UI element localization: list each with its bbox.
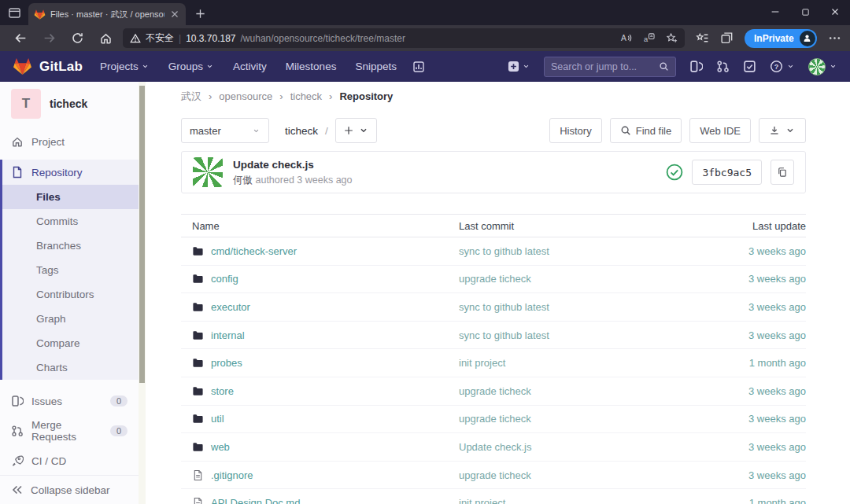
new-tab-button[interactable] <box>194 8 206 20</box>
sidebar-item-merge-requests[interactable]: Merge Requests 0 <box>0 419 139 443</box>
browser-menu-icon[interactable] <box>828 31 841 45</box>
add-file-button[interactable] <box>335 118 377 143</box>
breadcrumb-item[interactable]: 武汉 <box>181 90 201 104</box>
commit-message-link[interactable]: sync to github latest <box>459 245 549 257</box>
commit-message-link[interactable]: init project <box>459 497 505 504</box>
help-menu[interactable] <box>770 60 795 73</box>
commit-title-link[interactable]: Update check.js <box>233 157 353 173</box>
back-button[interactable] <box>6 28 35 50</box>
browser-tab[interactable]: Files · master · 武汉 / opensourc <box>28 3 186 25</box>
branch-selector[interactable]: master <box>181 118 269 143</box>
sidebar-item-project[interactable]: Project <box>0 130 139 153</box>
tab-close-icon[interactable] <box>169 9 180 20</box>
user-menu[interactable] <box>808 58 837 75</box>
history-button[interactable]: History <box>549 118 601 143</box>
nav-link-projects[interactable]: Projects <box>100 61 150 72</box>
search-input[interactable] <box>551 61 654 72</box>
insecure-warning-icon[interactable] <box>130 33 141 44</box>
file-name-link[interactable]: util <box>211 413 224 425</box>
project-context[interactable]: T ticheck <box>0 82 139 123</box>
profile-avatar[interactable] <box>800 31 815 46</box>
table-row[interactable]: cmd/ticheck-server sync to github latest… <box>181 237 806 266</box>
breadcrumb-item[interactable]: ticheck <box>290 90 322 102</box>
scrollbar-thumb[interactable] <box>139 86 145 383</box>
sidebar-subitem-charts[interactable]: Charts <box>2 355 139 380</box>
table-row[interactable]: executor sync to github latest 3 weeks a… <box>181 293 806 322</box>
sidebar-subitem-compare[interactable]: Compare <box>2 331 139 355</box>
todos-icon[interactable] <box>743 60 756 73</box>
user-avatar[interactable] <box>808 58 826 75</box>
file-name-link[interactable]: config <box>211 273 238 285</box>
sidebar-subitem-commits[interactable]: Commits <box>2 209 139 234</box>
breadcrumb-item[interactable]: opensource <box>219 90 272 102</box>
address-bar[interactable]: 不安全 | 10.3.70.187/wuhan/opensource/tiche… <box>123 28 685 48</box>
nav-link-milestones[interactable]: Milestones <box>286 61 337 72</box>
file-name-link[interactable]: cmd/ticheck-server <box>211 245 297 257</box>
commit-sha-button[interactable]: 3fbc9ac5 <box>692 160 762 185</box>
table-row[interactable]: API Design Doc.md init project 1 month a… <box>181 489 806 504</box>
file-name-link[interactable]: store <box>211 385 234 397</box>
sidebar-item-cicd[interactable]: CI / CD <box>0 449 139 473</box>
sidebar-scrollbar[interactable] <box>139 82 146 504</box>
refresh-button[interactable] <box>63 28 91 50</box>
sidebar-subitem-files[interactable]: Files <box>2 185 139 209</box>
nav-link-snippets[interactable]: Snippets <box>355 61 397 72</box>
nav-link-groups[interactable]: Groups <box>168 61 214 72</box>
commit-message-link[interactable]: upgrade ticheck <box>459 385 531 397</box>
read-aloud-icon[interactable] <box>620 32 632 44</box>
repo-path-name[interactable]: ticheck <box>285 125 318 137</box>
issues-icon[interactable] <box>689 60 703 73</box>
commit-message-link[interactable]: init project <box>459 357 505 369</box>
table-row[interactable]: web Update check.js 3 weeks ago <box>181 433 806 462</box>
activity-chart-icon[interactable] <box>412 61 425 73</box>
nav-link-activity[interactable]: Activity <box>233 61 267 72</box>
commit-message-link[interactable]: sync to github latest <box>459 301 549 313</box>
merge-requests-icon[interactable] <box>716 60 730 73</box>
file-name-link[interactable]: web <box>211 441 230 453</box>
commit-message-link[interactable]: upgrade ticheck <box>459 273 531 285</box>
minimize-button[interactable] <box>760 0 790 24</box>
collections-icon[interactable] <box>720 31 734 45</box>
commit-author[interactable]: 何傲 <box>233 175 253 186</box>
close-button[interactable] <box>820 0 850 24</box>
gitlab-brand[interactable]: GitLab <box>39 59 83 75</box>
maximize-button[interactable] <box>790 0 820 24</box>
favorites-icon[interactable] <box>696 31 709 45</box>
sidebar-subitem-contributors[interactable]: Contributors <box>2 282 139 307</box>
table-row[interactable]: probes init project 1 month ago <box>181 349 806 377</box>
gitlab-logo-icon[interactable] <box>13 57 32 76</box>
web-ide-button[interactable]: Web IDE <box>689 118 751 143</box>
file-name-link[interactable]: probes <box>211 357 242 369</box>
home-button[interactable] <box>91 28 120 50</box>
pipeline-status-icon[interactable] <box>666 164 683 181</box>
new-menu-button[interactable] <box>508 61 530 72</box>
file-name-link[interactable]: internal <box>211 329 245 341</box>
file-name-link[interactable]: .gitignore <box>211 469 253 481</box>
add-favorite-icon[interactable] <box>666 32 678 44</box>
sidebar-item-repository[interactable]: Repository <box>2 160 139 185</box>
sidebar-subitem-tags[interactable]: Tags <box>2 258 139 282</box>
commit-message-link[interactable]: upgrade ticheck <box>459 469 531 481</box>
sidebar-item-issues[interactable]: Issues 0 <box>0 389 139 413</box>
table-row[interactable]: store upgrade ticheck 3 weeks ago <box>181 377 806 406</box>
copy-sha-button[interactable] <box>771 160 794 185</box>
table-row[interactable]: config upgrade ticheck 3 weeks ago <box>181 266 806 294</box>
sidebar-subitem-branches[interactable]: Branches <box>2 234 139 258</box>
commit-message-link[interactable]: Update check.js <box>459 441 532 453</box>
commit-message-link[interactable]: sync to github latest <box>459 329 549 341</box>
translate-icon[interactable] <box>643 32 655 44</box>
tab-actions-icon[interactable] <box>8 6 21 20</box>
file-name-link[interactable]: API Design Doc.md <box>211 497 300 504</box>
download-button[interactable] <box>759 118 806 143</box>
inprivate-badge[interactable]: InPrivate <box>745 29 817 48</box>
table-row[interactable]: .gitignore upgrade ticheck 3 weeks ago <box>181 462 806 490</box>
find-file-button[interactable]: Find file <box>610 118 682 143</box>
sidebar-subitem-graph[interactable]: Graph <box>2 307 139 331</box>
collapse-sidebar-button[interactable]: Collapse sidebar <box>0 475 139 504</box>
table-row[interactable]: util upgrade ticheck 3 weeks ago <box>181 406 806 434</box>
commit-message-link[interactable]: upgrade ticheck <box>459 413 531 425</box>
file-name-link[interactable]: executor <box>211 301 250 313</box>
table-row[interactable]: internal sync to github latest 3 weeks a… <box>181 322 806 350</box>
global-search[interactable] <box>544 57 676 77</box>
forward-button[interactable] <box>35 28 63 50</box>
